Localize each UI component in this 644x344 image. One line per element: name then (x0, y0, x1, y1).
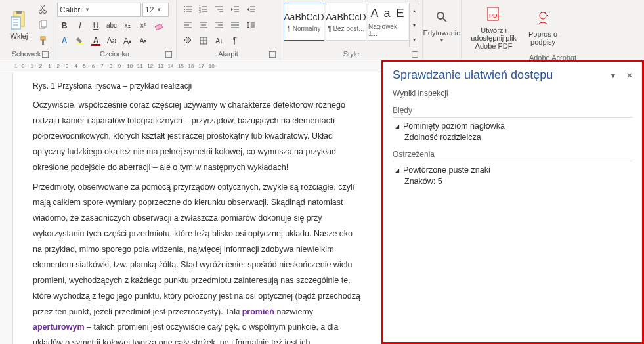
grow-font-button[interactable]: A▴ (120, 34, 135, 47)
svg-rect-2 (11, 17, 20, 29)
bullets-button[interactable] (181, 3, 195, 16)
font-size-combo[interactable]: 12▼ (142, 3, 169, 17)
svg-text:3: 3 (199, 10, 201, 13)
editing-label: Edytowanie (423, 29, 461, 37)
style-heading1[interactable]: A a ENagłówek 1... (368, 3, 408, 41)
clear-format-button[interactable] (152, 19, 166, 32)
accessibility-panel-highlight: Sprawdzanie ułatwień dostępu ▼ ✕ Wyniki … (381, 60, 644, 344)
ribbon: Wklej Schowek Calibri▼ 12▼ B I U abc x₂ … (0, 0, 644, 60)
svg-rect-13 (42, 40, 44, 45)
shrink-font-button[interactable]: A▾ (136, 34, 150, 47)
editing-group: Edytowanie ▼ (423, 0, 462, 60)
panel-close-button[interactable]: ✕ (626, 71, 633, 80)
svg-rect-14 (155, 24, 162, 30)
create-pdf-button[interactable]: PDF Utwórz i udostępnij plik Adobe PDF (464, 1, 523, 53)
text-effects-button[interactable]: A (57, 34, 72, 47)
paragraph-launcher[interactable] (269, 51, 276, 58)
svg-rect-12 (41, 37, 45, 40)
format-painter-button[interactable] (35, 34, 50, 47)
svg-line-57 (443, 18, 446, 22)
svg-point-56 (437, 12, 444, 19)
shading-button[interactable] (181, 34, 195, 47)
svg-point-20 (184, 11, 185, 12)
styles-launcher[interactable] (412, 51, 418, 58)
cut-button[interactable] (35, 3, 50, 16)
paragraph-label: Akapit (218, 50, 238, 58)
svg-point-7 (43, 11, 47, 14)
warnings-heading: Ostrzeżenia (393, 150, 633, 161)
copy-button[interactable] (35, 18, 50, 32)
vertical-ruler[interactable] (0, 72, 13, 344)
style-nospacing[interactable]: AaBbCcD¶ Bez odst... (326, 3, 366, 41)
font-launcher[interactable] (165, 51, 172, 58)
styles-scroll[interactable]: ▴▾▾ (409, 3, 419, 47)
request-sign-label: Poproś o podpisy (525, 30, 561, 46)
error-item[interactable]: Pominięty poziom nagłówka (395, 121, 633, 131)
svg-rect-11 (41, 20, 47, 27)
font-name-combo[interactable]: Calibri▼ (57, 3, 141, 17)
font-label: Czcionka (100, 50, 129, 58)
show-marks-button[interactable]: ¶ (228, 34, 242, 47)
workspace: 1···8····1····2····1····2····3····4····5… (0, 60, 644, 344)
svg-point-60 (540, 12, 546, 19)
panel-menu-button[interactable]: ▼ (609, 71, 617, 80)
numbering-button[interactable]: 123 (196, 3, 211, 16)
line-spacing-button[interactable] (244, 18, 258, 32)
error-subitem[interactable]: Zdolność rozdzielcza (404, 133, 633, 142)
font-group: Calibri▼ 12▼ B I U abc x₂ x² A A Aa A▴ A… (53, 0, 177, 60)
find-icon (431, 7, 452, 28)
highlight-button[interactable] (73, 34, 87, 47)
underline-button[interactable]: U (89, 19, 103, 32)
term-aperturowym: aperturowym (33, 322, 85, 332)
style-normal[interactable]: AaBbCcD¶ Normalny (284, 3, 324, 41)
multilevel-button[interactable] (212, 3, 226, 16)
italic-button[interactable]: I (73, 19, 87, 32)
sign-icon (532, 8, 553, 29)
clipboard-launcher[interactable] (42, 51, 49, 58)
subscript-button[interactable]: x₂ (120, 19, 135, 32)
styles-label: Style (343, 50, 359, 58)
strike-button[interactable]: abc (104, 19, 119, 32)
align-left-button[interactable] (181, 18, 195, 32)
paste-label: Wklej (11, 32, 28, 40)
figure-caption: Rys. 1 Przysłona irysowa – przykład real… (33, 79, 362, 94)
chevron-down-icon: ▼ (156, 7, 161, 12)
change-case-button[interactable]: Aa (104, 34, 119, 47)
warning-item[interactable]: Powtórzone puste znaki (395, 165, 633, 175)
paste-icon (9, 10, 30, 31)
align-center-button[interactable] (196, 18, 211, 32)
sort-button[interactable]: A↓ (212, 34, 226, 47)
warning-subitem[interactable]: Znaków: 5 (404, 177, 633, 186)
svg-point-16 (184, 6, 185, 7)
acrobat-group: PDF Utwórz i udostępnij plik Adobe PDF P… (462, 0, 644, 60)
font-color-button[interactable]: A (89, 34, 103, 47)
svg-point-6 (39, 11, 43, 14)
document-area: 1···8····1····2····1····2····3····4····5… (0, 60, 381, 344)
create-pdf-label: Utwórz i udostępnij plik Adobe PDF (465, 26, 522, 50)
svg-rect-1 (16, 11, 22, 14)
chevron-down-icon: ▼ (85, 7, 90, 12)
panel-title: Sprawdzanie ułatwień dostępu (393, 68, 553, 82)
align-right-button[interactable] (212, 18, 226, 32)
bold-button[interactable]: B (57, 19, 72, 32)
pdf-icon: PDF (483, 4, 504, 25)
decrease-indent-button[interactable] (228, 3, 242, 16)
paragraph-2: Przedmioty, obserwowane za pomocą przyrz… (33, 180, 362, 344)
request-sign-button[interactable]: Poproś o podpisy (523, 1, 563, 53)
paragraph-1: Oczywiście, współcześnie coraz częściej … (33, 98, 362, 176)
clipboard-label: Schowek (12, 50, 41, 58)
results-heading: Wyniki inspekcji (393, 89, 633, 98)
borders-button[interactable] (196, 34, 211, 47)
superscript-button[interactable]: x² (136, 19, 150, 32)
page-content[interactable]: Rys. 1 Przysłona irysowa – przykład real… (20, 72, 375, 344)
svg-point-18 (184, 9, 185, 10)
errors-heading: Błędy (393, 106, 633, 118)
styles-group: AaBbCcD¶ Normalny AaBbCcD¶ Bez odst... A… (280, 0, 423, 60)
paste-button[interactable]: Wklej (3, 1, 35, 49)
term-promien: promień (242, 307, 274, 316)
editing-button[interactable]: Edytowanie ▼ (425, 1, 458, 49)
paragraph-group: 123 A↓ ¶ Akapit (177, 0, 280, 60)
justify-button[interactable] (228, 18, 242, 32)
horizontal-ruler[interactable]: 1···8····1····2····1····2····3····4····5… (0, 60, 381, 72)
increase-indent-button[interactable] (244, 3, 258, 16)
